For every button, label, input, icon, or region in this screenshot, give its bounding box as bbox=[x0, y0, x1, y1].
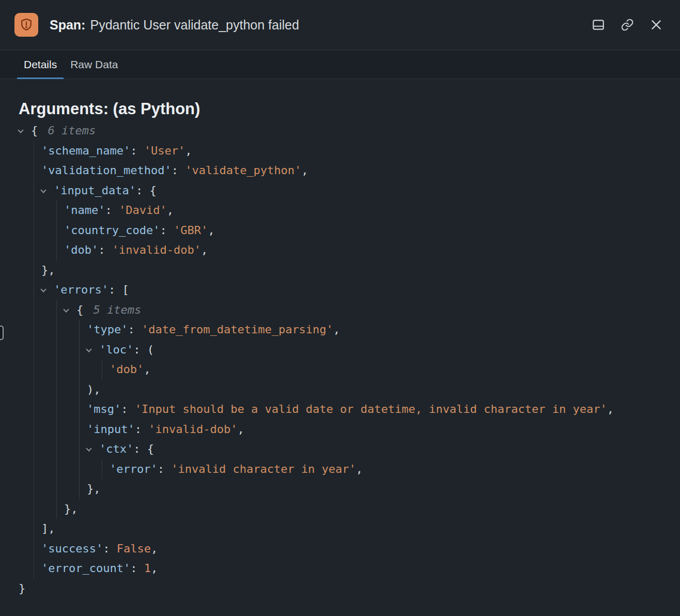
span-label: Span: bbox=[50, 18, 85, 32]
collapse-arrow-icon[interactable] bbox=[41, 181, 54, 201]
token-num: 1 bbox=[144, 562, 151, 575]
details-content: Arguments: (as Python) { 6 items'schema_… bbox=[0, 80, 680, 616]
token-str: 'User' bbox=[144, 144, 185, 157]
token-key: 'validation_method' bbox=[41, 164, 172, 177]
span-detail-panel: { "header": { "title_label": "Span:", "t… bbox=[0, 0, 680, 616]
token-punct: : bbox=[172, 164, 186, 177]
token-punct: }, bbox=[64, 502, 78, 515]
link-icon[interactable] bbox=[619, 17, 636, 33]
token-punct: , bbox=[201, 243, 208, 256]
indent-guide bbox=[34, 420, 34, 440]
indent-guide bbox=[79, 479, 80, 499]
tree-line: 'validation_method': 'validate_python', bbox=[0, 161, 680, 181]
token-key: 'success' bbox=[41, 542, 103, 555]
tree-line: 'error_count': 1, bbox=[0, 559, 680, 579]
indent-guide bbox=[34, 439, 34, 459]
indent-guide bbox=[79, 439, 80, 459]
tree-line: 'success': False, bbox=[0, 539, 680, 559]
token-kw: False bbox=[117, 542, 151, 555]
token-key: 'errors' bbox=[54, 283, 109, 296]
token-punct: : bbox=[135, 423, 149, 436]
token-punct: : bbox=[105, 204, 119, 217]
arguments-heading: Arguments: (as Python) bbox=[19, 100, 680, 118]
token-punct: { bbox=[76, 303, 83, 316]
token-punct: , bbox=[167, 204, 174, 217]
tree-line: }, bbox=[0, 499, 680, 519]
token-punct: : bbox=[128, 323, 142, 336]
token-meta: 6 items bbox=[41, 124, 96, 137]
token-key: 'dob' bbox=[64, 243, 98, 256]
indent-guide bbox=[56, 300, 57, 320]
alert-shield-icon bbox=[14, 13, 38, 37]
token-punct: : { bbox=[136, 184, 157, 197]
token-punct: }, bbox=[87, 482, 101, 495]
indent-guide bbox=[34, 459, 34, 480]
collapse-arrow-icon[interactable] bbox=[64, 300, 76, 320]
indent-guide bbox=[79, 420, 80, 440]
token-str: 'Input should be a valid date or datetim… bbox=[135, 403, 607, 415]
indent-guide bbox=[56, 201, 57, 221]
close-icon[interactable] bbox=[648, 17, 664, 33]
tree-line: }, bbox=[0, 479, 680, 499]
tab-raw-data[interactable]: Raw Data bbox=[64, 51, 125, 79]
token-key: 'type' bbox=[87, 323, 128, 336]
indent-guide bbox=[34, 280, 34, 300]
indent-guide bbox=[34, 201, 34, 221]
indent-guide bbox=[56, 380, 57, 400]
collapse-arrow-icon[interactable] bbox=[87, 439, 99, 459]
json-tree: { 6 items'schema_name': 'User','validati… bbox=[0, 121, 680, 598]
tree-line: 'input_data': { bbox=[0, 181, 680, 201]
tab-details[interactable]: Details bbox=[17, 51, 64, 79]
token-punct: , bbox=[333, 323, 340, 336]
token-punct: : bbox=[98, 243, 112, 256]
indent-guide bbox=[79, 399, 80, 420]
page-title: Span:Pydantic User validate_python faile… bbox=[50, 18, 299, 33]
indent-guide bbox=[34, 240, 34, 260]
tree-line: }, bbox=[0, 260, 680, 281]
token-str: 'invalid-dob' bbox=[148, 423, 237, 436]
token-key: 'loc' bbox=[99, 343, 133, 356]
token-str: 'validate_python' bbox=[185, 164, 301, 177]
tree-line: 'error': 'invalid character in year', bbox=[0, 459, 680, 480]
token-punct: , bbox=[301, 164, 308, 177]
dock-bottom-icon[interactable] bbox=[590, 17, 607, 33]
token-punct: , bbox=[185, 144, 192, 157]
token-meta: 5 items bbox=[86, 303, 141, 316]
indent-guide bbox=[34, 519, 34, 539]
collapse-arrow-icon[interactable] bbox=[19, 121, 31, 141]
tree-line: 'dob': 'invalid-dob', bbox=[0, 240, 680, 260]
token-punct: : [ bbox=[109, 283, 129, 296]
collapse-arrow-icon[interactable] bbox=[41, 280, 54, 300]
token-punct: : bbox=[130, 562, 144, 575]
indent-guide bbox=[56, 439, 57, 459]
indent-guide bbox=[56, 420, 57, 440]
token-key: 'input' bbox=[87, 423, 135, 436]
indent-guide bbox=[56, 340, 57, 360]
token-punct: , bbox=[144, 363, 150, 376]
token-punct: , bbox=[356, 463, 363, 475]
indent-guide bbox=[34, 399, 34, 420]
indent-guide bbox=[56, 240, 57, 260]
indent-guide bbox=[34, 260, 34, 281]
tree-line: ), bbox=[0, 380, 680, 400]
tree-line: 'type': 'date_from_datetime_parsing', bbox=[0, 320, 680, 340]
indent-guide bbox=[79, 380, 80, 400]
collapse-arrow-icon[interactable] bbox=[87, 340, 99, 360]
indent-guide bbox=[102, 459, 102, 480]
tree-line: 'input': 'invalid-dob', bbox=[0, 420, 680, 440]
token-punct: : bbox=[158, 463, 172, 475]
token-key: 'ctx' bbox=[99, 442, 133, 455]
token-punct: , bbox=[151, 542, 158, 555]
span-title-text: Pydantic User validate_python failed bbox=[90, 18, 299, 32]
token-punct: } bbox=[19, 582, 25, 595]
indent-guide bbox=[56, 221, 57, 241]
indent-guide bbox=[34, 320, 34, 340]
token-punct: { bbox=[31, 124, 38, 137]
indent-guide bbox=[34, 181, 34, 201]
indent-guide bbox=[34, 559, 34, 579]
token-punct: : { bbox=[133, 442, 154, 455]
token-key: 'input_data' bbox=[54, 184, 136, 197]
panel-resize-handle[interactable] bbox=[0, 326, 4, 340]
token-punct: , bbox=[208, 224, 214, 237]
indent-guide bbox=[34, 499, 34, 519]
